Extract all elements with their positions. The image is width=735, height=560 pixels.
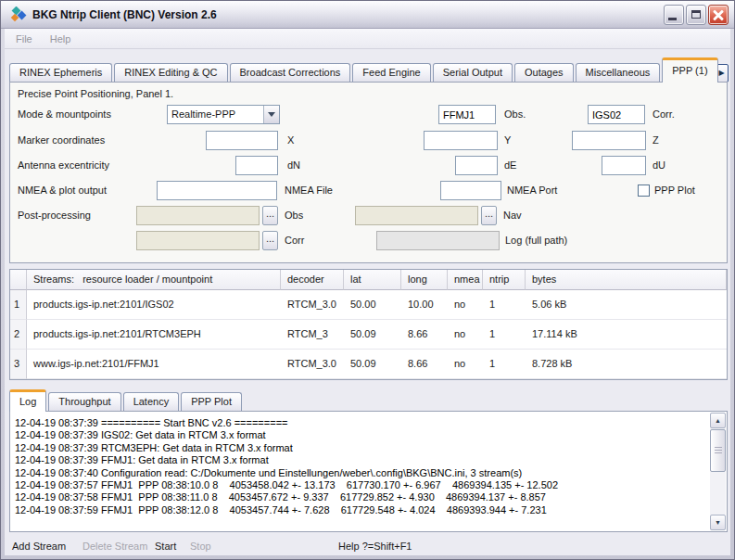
log-line: 12-04-19 08:37:39 RTCM3EPH: Get data in …	[15, 442, 706, 454]
antenna-de-field[interactable]	[455, 156, 498, 175]
log-line: 12-04-19 08:37:39 ========== Start BNC v…	[15, 417, 706, 429]
cell-ntrip: 1	[483, 290, 526, 320]
nmea-file-label: NMEA File	[285, 181, 333, 200]
cell-decoder: RTCM_3	[281, 320, 344, 350]
menu-help[interactable]: Help	[43, 29, 79, 49]
post-nav-label: Nav	[503, 206, 522, 225]
cell-nmea: no	[448, 290, 483, 320]
close-button[interactable]	[708, 5, 729, 25]
tab-feed-engine[interactable]: Feed Engine	[352, 63, 430, 83]
nmea-port-field[interactable]	[440, 181, 501, 200]
nmea-plot-output-label: NMEA & plot output	[18, 181, 107, 200]
combo-dropdown-icon[interactable]	[263, 106, 279, 123]
z-label: Z	[653, 131, 659, 150]
y-label: Y	[504, 131, 511, 150]
cell-mountpoint: products.igs-ip.net:2101/RTCM3EPH	[27, 320, 281, 350]
cell-mountpoint: products.igs-ip.net:2101/IGS02	[27, 290, 281, 320]
marker-x-field[interactable]	[206, 131, 278, 150]
down-arrow-icon: ▼	[715, 519, 721, 526]
obs-label: Obs.	[504, 105, 526, 124]
stop-button: Stop	[190, 535, 211, 557]
post-obs-field	[136, 206, 260, 225]
table-row[interactable]: 1 products.igs-ip.net:2101/IGS02 RTCM_3.…	[10, 290, 727, 320]
nmea-file-field[interactable]	[157, 181, 277, 200]
obs-mountpoint-field[interactable]	[438, 105, 496, 124]
browse-obs-button[interactable]: ...	[262, 206, 278, 225]
scroll-up-button[interactable]: ▲	[710, 413, 726, 428]
cell-lat: 50.09	[344, 350, 401, 379]
antenna-excentricity-label: Antenna excentricity	[18, 156, 109, 175]
tab-log[interactable]: Log	[9, 389, 46, 412]
header-mountpoint[interactable]: Streams: resource loader / mountpoint	[27, 270, 281, 290]
marker-z-field[interactable]	[572, 131, 646, 150]
menu-bar: File Help	[5, 29, 730, 49]
log-scrollbar[interactable]: ▲ ▼	[710, 413, 726, 530]
x-label: X	[287, 131, 294, 150]
header-long[interactable]: long	[401, 270, 448, 290]
bnc-app-icon	[10, 6, 27, 23]
antenna-du-field[interactable]	[602, 156, 646, 175]
ppp-mode-select[interactable]: Realtime-PPP	[167, 105, 280, 124]
scrollbar-thumb[interactable]	[710, 429, 726, 472]
tab-miscellaneous[interactable]: Miscellaneous	[576, 63, 661, 83]
cell-bytes: 5.06 kB	[526, 290, 727, 320]
table-row[interactable]: 3 www.igs-ip.net:2101/FFMJ1 RTCM_3.0 50.…	[10, 350, 727, 379]
marker-y-field[interactable]	[424, 131, 498, 150]
post-corr-label: Corr	[285, 231, 304, 250]
browse-corr-button[interactable]: ...	[262, 231, 278, 250]
ppp-plot-checkbox[interactable]	[638, 185, 650, 197]
cell-long: 10.00	[401, 290, 448, 320]
output-tab-bar: Log Throughput Latency PPP Plot	[9, 389, 729, 412]
browse-nav-button[interactable]: ...	[481, 206, 497, 225]
log-line: 12-04-19 08:37:39 IGS02: Get data in RTC…	[15, 429, 706, 441]
corr-mountpoint-field[interactable]	[588, 105, 645, 124]
maximize-icon	[691, 10, 701, 19]
cell-bytes: 8.728 kB	[526, 350, 727, 379]
tab-ppp-plot[interactable]: PPP Plot	[181, 392, 242, 412]
cell-bytes: 17.114 kB	[526, 320, 727, 350]
dn-label: dN	[287, 156, 300, 175]
header-lat[interactable]: lat	[344, 270, 401, 290]
header-decoder[interactable]: decoder	[281, 270, 344, 290]
tab-rinex-ephemeris[interactable]: RINEX Ephemeris	[9, 63, 112, 83]
minimize-icon	[668, 18, 677, 20]
log-text[interactable]: 12-04-19 08:37:39 ========== Start BNC v…	[15, 417, 706, 528]
cell-lat: 50.09	[344, 320, 401, 350]
tab-throughput[interactable]: Throughput	[48, 392, 120, 412]
tab-outages[interactable]: Outages	[514, 63, 574, 83]
corner-cell	[10, 270, 27, 290]
header-nmea[interactable]: nmea	[448, 270, 483, 290]
tab-ppp-1[interactable]: PPP (1)	[662, 57, 717, 83]
cell-ntrip: 1	[483, 320, 526, 350]
post-log-field	[376, 231, 500, 250]
marker-coordinates-label: Marker coordinates	[18, 131, 105, 150]
cell-lat: 50.00	[344, 290, 401, 320]
add-stream-button[interactable]: Add Stream	[12, 535, 66, 557]
streams-table-header: Streams: resource loader / mountpoint de…	[10, 270, 727, 290]
maximize-button[interactable]	[686, 5, 706, 25]
cell-long: 8.66	[401, 350, 448, 379]
cell-nmea: no	[448, 320, 483, 350]
antenna-dn-field[interactable]	[235, 156, 278, 175]
cell-ntrip: 1	[483, 350, 526, 379]
table-row[interactable]: 2 products.igs-ip.net:2101/RTCM3EPH RTCM…	[10, 320, 727, 350]
delete-stream-button: Delete Stream	[82, 535, 147, 557]
cell-long: 8.66	[401, 320, 448, 350]
title-bar[interactable]: BKG Ntrip Client (BNC) Version 2.6	[1, 1, 734, 29]
tab-serial-output[interactable]: Serial Output	[433, 63, 513, 83]
tab-rinex-editing-qc[interactable]: RINEX Editing & QC	[114, 63, 227, 83]
help-shortcut-label: Help ?=Shift+F1	[338, 535, 412, 557]
start-button[interactable]: Start	[155, 535, 176, 557]
tab-latency[interactable]: Latency	[123, 392, 180, 412]
mode-mountpoints-label: Mode & mountpoints	[18, 105, 111, 124]
header-bytes[interactable]: bytes	[526, 270, 727, 290]
command-bar: Add Stream Delete Stream Start Stop Help…	[5, 535, 730, 557]
cell-mountpoint: www.igs-ip.net:2101/FFMJ1	[27, 350, 281, 379]
scroll-down-button[interactable]: ▼	[710, 515, 726, 530]
log-output-panel: 12-04-19 08:37:39 ========== Start BNC v…	[9, 411, 728, 532]
row-number: 1	[10, 290, 27, 320]
menu-file[interactable]: File	[8, 29, 40, 49]
minimize-button[interactable]	[664, 5, 684, 25]
tab-broadcast-corrections[interactable]: Broadcast Corrections	[230, 63, 351, 83]
header-ntrip[interactable]: ntrip	[483, 270, 526, 290]
